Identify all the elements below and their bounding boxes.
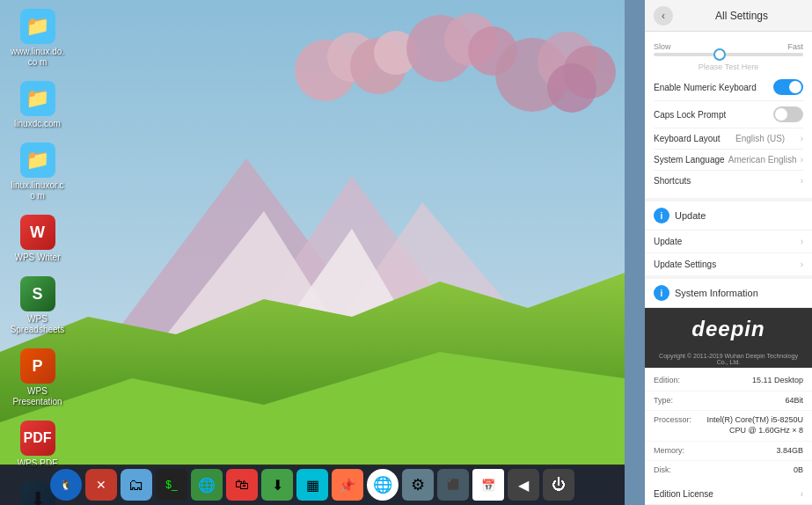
sysinfo-edition-value: 15.11 Desktop [702,376,803,386]
svg-point-18 [547,63,596,113]
taskbar-close[interactable]: ✕ [85,469,117,501]
sysinfo-type-key: Type: [654,396,702,405]
sysinfo-section-title: System Information [675,288,803,298]
sysinfo-icon: i [654,285,669,301]
slider-slow-label: Slow [654,42,671,51]
toggle-handle [789,81,801,93]
desktop-icons: 📁 www.linux.do.co m 📁 linuxdc.com 📁 linu… [9,9,66,505]
terminal-icon: $_ [165,479,177,491]
update-settings-arrow: › [801,260,803,269]
desktop-icon-wps-spreadsheets[interactable]: S WPS Spreadsheets [9,276,66,335]
settings-header: ‹ All Settings [645,0,812,32]
sysinfo-edition-key: Edition: [654,376,702,384]
slider-track[interactable] [654,53,803,56]
wps-presentation-icon: P [20,348,55,384]
sysinfo-type-value: 64Bit [702,396,803,406]
wps-pdf-icon: PDF [20,421,55,456]
update-icon: i [654,208,669,223]
slider-labels: Slow Fast [654,42,803,51]
system-language-arrow: › [801,155,803,165]
settings-icon: ⚙ [411,475,425,494]
settings-back-button[interactable]: ‹ [654,6,673,26]
extra1-icon: ⬛ [447,479,460,491]
desktop-icon-www2[interactable]: 📁 linux.linuxor.co m [9,143,66,201]
taskbar-calendar[interactable]: 📅 [472,469,504,501]
sysinfo-disk-value: 0B [702,465,803,476]
taskbar-browser1[interactable]: 🌐 [191,469,223,501]
update-section-header[interactable]: i Update [645,201,812,231]
repeat-delay-slider[interactable]: Slow Fast [654,39,803,60]
update-section-title: Update [675,210,803,221]
sysinfo-processor-row: Processor: Intel(R) Core(TM) i5-8250U CP… [645,411,812,441]
update-settings-row[interactable]: Update Settings › [645,253,812,275]
keyboard-layout-arrow: › [801,134,803,143]
desktop-icon-wps-pdf[interactable]: PDF WPS PDF [9,421,66,469]
taskbar-sticky[interactable]: 📌 [332,469,363,501]
folder-icon-2: 📁 [20,81,55,116]
taskbar-power[interactable]: ⏻ [543,469,574,501]
edition-license-label: Edition License [654,489,713,499]
taskbar-appstore[interactable]: 🛍 [226,469,258,501]
caps-lock-prompt-label: Caps Lock Prompt [654,110,726,120]
system-information-section: i System Information deepin Copyright © … [645,279,812,505]
enable-numeric-keyboard-toggle[interactable] [773,79,803,95]
desktop: 📁 www.linux.do.co m 📁 linuxdc.com 📁 linu… [0,0,812,505]
taskbar-apps[interactable]: ▦ [296,469,328,501]
sysinfo-memory-row: Memory: 3.84GB [645,442,812,462]
sysinfo-memory-value: 3.84GB [702,446,803,457]
taskbar-settings[interactable]: ⚙ [402,469,434,501]
shortcuts-row[interactable]: Shortcuts › [654,171,803,191]
desktop-icon-label-2: linuxdc.com [14,119,61,129]
edition-license-row[interactable]: Edition License › [645,484,812,505]
wps-spreadsheets-icon: S [20,276,55,311]
taskbar-download[interactable]: ⬇ [261,469,293,501]
folder-icon-3: 📁 [20,143,55,178]
taskbar-files[interactable]: 🗂 [121,469,152,501]
desktop-icon-label-wpsp: WPS Presentation [9,386,66,407]
desktop-icon-wps-presentation[interactable]: P WPS Presentation [9,348,66,407]
update-settings-label: Update Settings [654,260,716,269]
calendar-icon: 📅 [481,479,495,492]
update-arrow: › [801,237,803,246]
update-section: i Update Update › Update Settings › [645,201,812,275]
test-input-placeholder[interactable]: Please Test Here [654,60,803,74]
sysinfo-processor-key: Processor: [654,415,702,424]
deepin-logo-container: deepin [645,308,812,350]
desktop-icon-wps-writer[interactable]: W WPS Writer [9,215,66,263]
update-label: Update [654,237,682,246]
update-info-icon: i [661,211,663,221]
system-language-row[interactable]: System Language American English › [654,150,803,171]
keyboard-layout-label: Keyboard Layout [654,134,721,143]
taskbar-back[interactable]: ◀ [508,469,539,501]
toggle-handle-2 [775,108,787,121]
caps-lock-prompt-row: Caps Lock Prompt [654,101,803,128]
taskbar-terminal[interactable]: $_ [156,469,187,501]
keyboard-layout-row[interactable]: Keyboard Layout English (US) › [654,128,803,150]
taskbar-extra1[interactable]: ⬛ [437,469,469,501]
enable-numeric-keyboard-row: Enable Numeric Keyboard [654,74,803,101]
slider-handle[interactable] [713,48,726,61]
desktop-icon-label-1: www.linux.do.co m [9,47,66,68]
deepin-home-icon: 🐧 [57,476,75,494]
sysinfo-edition-row: Edition: 15.11 Desktop [645,371,812,392]
background-scene [0,0,625,466]
update-row[interactable]: Update › [645,231,812,253]
desktop-icon-linuxdc[interactable]: 📁 linuxdc.com [9,81,66,129]
desktop-icon-label-wpsw: WPS Writer [14,252,60,263]
folder-icon-1: 📁 [20,9,55,44]
sysinfo-info-icon: i [661,289,663,298]
desktop-icon-www1[interactable]: 📁 www.linux.do.co m [9,9,66,68]
power-icon: ⏻ [552,477,566,493]
settings-panel-title: All Settings [680,10,803,22]
taskbar-deepin-home[interactable]: 🐧 [50,469,82,501]
taskbar-chrome[interactable]: 🌐 [367,469,399,501]
system-language-value: American English [728,155,797,165]
taskbar: 🐧 ✕ 🗂 $_ 🌐 🛍 ⬇ ▦ 📌 🌐 ⚙ [0,465,625,505]
shortcuts-arrow: › [801,176,803,186]
sysinfo-table: Edition: 15.11 Desktop Type: 64Bit Proce… [645,368,812,484]
download-icon: ⬇ [272,477,283,494]
caps-lock-prompt-toggle[interactable] [773,106,803,122]
keyboard-section: Slow Fast Please Test Here Enable Numeri… [645,32,812,198]
copyright-text: Copyright © 2011-2019 Wuhan Deepin Techn… [645,350,812,368]
close-icon: ✕ [96,478,106,492]
